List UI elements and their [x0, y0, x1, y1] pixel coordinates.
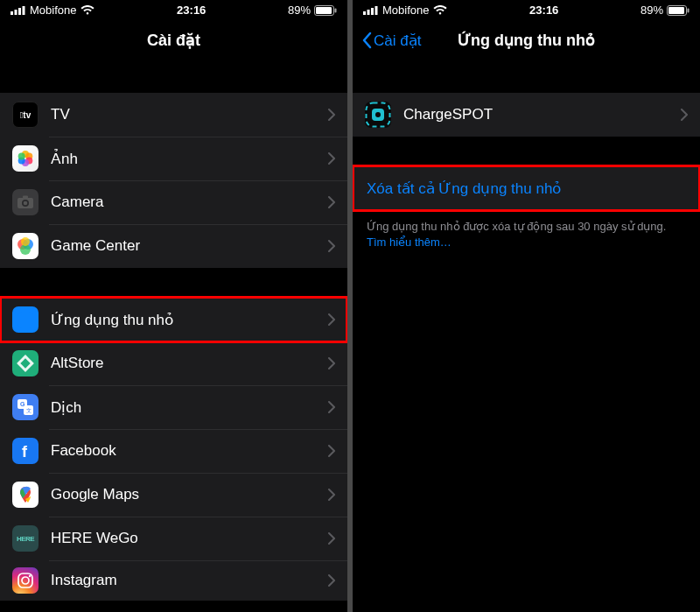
gamecenter-icon [12, 233, 38, 259]
row-altstore[interactable]: AltStore [0, 341, 347, 385]
battery-percent: 89% [640, 4, 663, 17]
row-photos[interactable]: Ảnh [0, 137, 347, 180]
row-instagram[interactable]: Instagram [0, 560, 347, 601]
svg-rect-37 [375, 6, 378, 15]
svg-rect-2 [18, 8, 21, 15]
svg-rect-6 [334, 8, 336, 12]
row-label: Ảnh [51, 150, 328, 168]
battery-icon [667, 5, 690, 16]
appclips-list: ChargeSPOT [353, 93, 700, 137]
row-label: Ứng dụng thu nhỏ [51, 311, 328, 329]
svg-rect-36 [371, 8, 374, 15]
row-facebook[interactable]: f Facebook [0, 429, 347, 473]
svg-point-20 [21, 237, 30, 246]
chevron-right-icon [328, 109, 335, 121]
row-app-clips[interactable]: Ứng dụng thu nhỏ [0, 298, 347, 341]
svg-point-12 [18, 153, 25, 160]
page-title: Ứng dụng thu nhỏ [458, 31, 595, 50]
battery-icon [314, 5, 337, 16]
row-label: AltStore [51, 355, 328, 372]
status-bar: Mobifone 23:16 89% [0, 0, 347, 18]
svg-point-43 [375, 112, 381, 117]
wifi-icon [80, 5, 94, 16]
row-label: Dịch [51, 398, 328, 417]
phone-right-appclips: Mobifone 23:16 89% Cài đặt Ứng dụng thu … [353, 0, 700, 612]
carrier-label: Mobifone [30, 4, 76, 17]
chevron-right-icon [328, 532, 335, 545]
chevron-right-icon [328, 152, 335, 165]
row-dich[interactable]: G文 Dịch [0, 385, 347, 429]
svg-rect-35 [368, 10, 370, 15]
wifi-icon [433, 5, 447, 16]
svg-text:G: G [20, 401, 25, 407]
svg-rect-34 [363, 11, 366, 15]
delete-all-button[interactable]: Xóa tất cả Ứng dụng thu nhỏ [353, 166, 700, 210]
camera-icon [12, 189, 38, 215]
chevron-right-icon [328, 313, 335, 326]
chevron-right-icon [328, 240, 335, 252]
svg-point-32 [22, 577, 29, 584]
row-herewego[interactable]: HERE HERE WeGo [0, 517, 347, 560]
svg-rect-5 [316, 7, 332, 14]
carrier-label: Mobifone [382, 4, 429, 17]
chevron-right-icon [328, 445, 335, 457]
herewego-icon: HERE [12, 525, 38, 552]
settings-list-system: 🣿tv TV Ảnh Camera Game Center [0, 93, 347, 268]
clock-label: 23:16 [177, 4, 206, 17]
signal-icon [10, 5, 25, 15]
svg-rect-1 [15, 10, 18, 15]
svg-rect-21 [18, 312, 33, 327]
status-bar: Mobifone 23:16 89% [353, 0, 700, 18]
svg-rect-39 [668, 7, 684, 14]
nav-header: Cài đặt [0, 18, 347, 63]
footer-text: Ứng dụng thu nhỏ được xóa tự động sau 30… [367, 220, 666, 233]
row-chargespot[interactable]: ChargeSPOT [353, 93, 700, 137]
delete-all-label: Xóa tất cả Ứng dụng thu nhỏ [367, 179, 561, 198]
back-label: Cài đặt [374, 32, 421, 50]
svg-rect-3 [23, 6, 25, 15]
svg-point-15 [24, 201, 28, 206]
learn-more-link[interactable]: Tìm hiểu thêm… [367, 236, 452, 249]
chargespot-icon [365, 102, 391, 128]
chevron-right-icon [328, 574, 335, 587]
chevron-right-icon [328, 196, 335, 208]
row-label: HERE WeGo [51, 530, 328, 547]
facebook-icon: f [12, 438, 38, 464]
svg-text:文: 文 [26, 407, 32, 413]
chevron-right-icon [328, 401, 335, 413]
row-label: Facebook [51, 442, 328, 460]
svg-text:f: f [22, 443, 28, 460]
translate-icon: G文 [12, 394, 38, 420]
row-label: Game Center [51, 237, 328, 255]
row-googlemaps[interactable]: Google Maps [0, 473, 347, 517]
clock-label: 23:16 [529, 4, 558, 17]
chevron-right-icon [328, 489, 335, 501]
row-label: Google Maps [51, 486, 328, 503]
instagram-icon [12, 567, 38, 594]
svg-point-33 [29, 575, 31, 577]
battery-percent: 89% [288, 4, 311, 17]
phone-left-settings: Mobifone 23:16 89% Cài đặt 🣿tv TV Ảnh [0, 0, 347, 612]
row-gamecenter[interactable]: Game Center [0, 224, 347, 268]
back-button[interactable]: Cài đặt [361, 32, 421, 50]
row-camera[interactable]: Camera [0, 180, 347, 224]
page-title: Cài đặt [147, 31, 200, 50]
row-tv[interactable]: 🣿tv TV [0, 93, 347, 137]
settings-list-apps: Ứng dụng thu nhỏ AltStore G文 Dịch f Face… [0, 298, 347, 601]
row-label: Camera [51, 193, 328, 211]
altstore-icon [12, 350, 38, 376]
nav-header: Cài đặt Ứng dụng thu nhỏ [353, 18, 700, 63]
row-label: Instagram [51, 572, 328, 589]
tv-icon: 🣿tv [12, 102, 38, 128]
app-clips-icon [12, 306, 38, 333]
signal-icon [363, 5, 378, 15]
svg-rect-0 [10, 11, 13, 15]
chevron-right-icon [328, 357, 335, 369]
footer-note: Ứng dụng thu nhỏ được xóa tự động sau 30… [353, 210, 700, 250]
row-label: ChargeSPOT [403, 106, 681, 123]
svg-rect-40 [687, 8, 689, 12]
row-label: TV [51, 106, 328, 123]
svg-rect-16 [23, 196, 28, 199]
chevron-right-icon [681, 109, 688, 121]
photos-icon [12, 145, 38, 172]
